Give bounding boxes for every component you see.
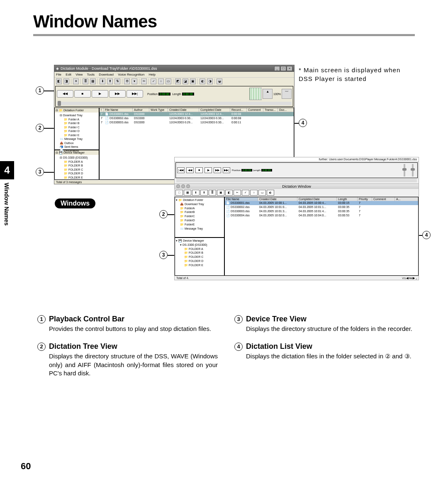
tree-item[interactable]: 📁 FOLDER D [56,171,98,175]
tool-icon[interactable]: ◐ [267,190,274,196]
check-icon[interactable]: ✓ [242,190,249,196]
tree-item[interactable]: 📁 Folder A [56,118,98,121]
tool-icon[interactable]: ◑ [207,78,213,84]
menu-tools[interactable]: Tools [87,73,95,76]
play-button[interactable]: ▶ [92,90,108,98]
tool-icon[interactable]: ⬇ [100,78,105,84]
tree-item[interactable]: 📥 Download Tray [176,202,223,206]
menu-bar[interactable]: File Edit View Tools Download Voice Reco… [54,72,294,77]
tree-item[interactable]: 📁 FolderB [176,210,223,214]
stop-button[interactable]: ■ [195,167,203,173]
tool-icon[interactable]: ▭ [166,78,171,84]
seek-bar[interactable] [176,179,417,182]
delete-icon[interactable]: ✕ [73,78,79,84]
list-row[interactable]: 7 📄 DS330002.dss DS3300 12/24/2003 6:30.… [100,116,294,120]
menu-edit[interactable]: Edit [66,73,71,76]
tree-item[interactable]: 📁 FOLDER D [176,259,223,263]
win-titlebar[interactable]: ◈ Dictation Module - Download Tray\Folde… [54,65,294,72]
list-row[interactable]: 📄 DS330002.dss 04.03.2005 10:01:0... 04.… [225,205,418,209]
play-button[interactable]: ▶ [205,167,212,173]
list-row[interactable]: 📄 DS330001.dss 04.03.2005 10:00:1... 04.… [225,201,418,205]
menu-voice[interactable]: Voice Recognition [118,73,144,76]
list-header[interactable]: ! File Name Author Work Type Created Dat… [100,108,294,112]
tool-icon[interactable]: ⬇ [192,190,200,196]
tree-item[interactable]: ⊟ Download Tray [56,113,98,117]
tree-item[interactable]: 📁 FOLDER A [56,160,98,164]
tool-icon[interactable]: ✂ [234,190,241,196]
device-tree-view[interactable]: ▾ 💾 Device Manager ▾ DS-3300 (DS3300) 📁 … [175,238,224,276]
tool-icon[interactable]: ⬆ [200,190,208,196]
view-icon[interactable]: ▦ [90,78,96,84]
tool-icon[interactable]: ◧ [225,190,233,196]
tool-icon[interactable]: ◒ [217,78,222,84]
tree-item[interactable]: 📤 Outbox [56,141,98,145]
tree-item[interactable]: 📁 FolderE [176,223,223,227]
minimize-icon[interactable]: _ [274,66,280,71]
cut-icon[interactable]: ✂ [141,78,147,84]
skip-fwd-button[interactable]: ▶▶| [223,167,230,173]
tool-icon[interactable]: ◩ [175,78,181,84]
wave-icon[interactable]: 〰 [282,89,292,99]
rewind-button[interactable]: ◀◀ [186,167,194,173]
tree-item[interactable]: 📬 Sent Items [56,145,98,149]
tree-item[interactable]: 📁 FolderC [176,214,223,218]
tree-item[interactable]: 📁 Folder E [56,133,98,137]
tree-item[interactable]: 📁 FOLDER B [176,251,223,255]
list-row[interactable]: 7 📄 DS330003.dss DS3300 12/24/2003 6:29.… [100,120,294,125]
check-icon[interactable]: ✓ [151,78,156,84]
circle-icon[interactable]: ○ [158,78,164,84]
skip-back-button[interactable]: |◀◀ [177,167,185,173]
tool-icon[interactable]: ▭ [258,190,266,196]
menu-view[interactable]: View [75,73,83,76]
list-header[interactable]: File Name Created Date Completed Date Le… [225,197,418,201]
tree-item[interactable]: 📁 FOLDER C [56,168,98,171]
tool-icon[interactable]: ◐ [200,78,205,84]
close-icon[interactable] [176,184,180,188]
speed-slider[interactable] [412,164,414,176]
speaker-icon[interactable]: ▲ [263,89,273,99]
menu-download[interactable]: Download [99,73,114,76]
tree-item[interactable]: 📁 FolderD [176,218,223,223]
list-icon[interactable]: ≣ [83,78,88,84]
dropdown-icon[interactable]: ▾ [131,78,137,84]
tool-icon[interactable]: ▦ [184,190,191,196]
list-row[interactable]: 📄 DS330003.dss 04.03.2005 10:01:3... 04.… [225,209,418,213]
volume-slider[interactable] [404,164,405,176]
tree-item[interactable]: 📁 FOLDER B [56,164,98,167]
tree-item[interactable]: 📁 Folder D [56,129,98,133]
tree-item[interactable]: 📨 Message Tray [176,227,223,231]
tool-icon[interactable]: ▣ [190,78,196,84]
zoom-icon[interactable] [186,184,190,188]
tree-item[interactable]: 📁 FOLDER A [176,247,223,251]
device-tree-view[interactable]: ⊟ 💾 Device Manager ⊟ DS-3300 (DS3300) 📁 … [54,150,99,180]
menu-help[interactable]: Help [149,73,155,76]
list-row[interactable]: 📄 DS330004.dss 04.03.2005 10:02:0... 04.… [225,213,418,218]
tree-item[interactable]: 📨 Message Tray [56,137,98,141]
tree-item[interactable]: 📁 FOLDER E [56,176,98,179]
tree-item[interactable]: ⊟ DS-3300 (DS3300) [56,156,98,159]
tree-item[interactable]: 📁 Folder C [56,125,98,129]
tree-item[interactable]: 📁 FOLDER E [176,263,223,267]
dictation-list-view[interactable]: File Name Created Date Completed Date Le… [224,197,419,276]
tool-icon[interactable]: □ [175,190,183,196]
mac-titlebar[interactable]: Dictation Window [175,184,419,189]
dictation-tree-view[interactable]: ▾ 📁 Dictation Folder 📥 Download Tray 📁 F… [175,197,224,238]
tree-item[interactable]: ▾ DS-3300 (DS3300) [176,243,223,247]
list-row[interactable]: 7 📄 DS330001.dss DS3300 12/25/2003 12:4.… [100,112,294,116]
skip-button[interactable]: ▶▶| [127,90,143,98]
settings-icon[interactable]: ⚙ [124,78,130,84]
tool-icon[interactable]: ◪ [183,78,188,84]
tree-item[interactable]: 📁 Folder B [56,121,98,125]
ff-button[interactable]: ▶▶ [214,167,221,173]
tool-icon[interactable]: ○ [250,190,258,196]
tree-item[interactable]: 📁 FolderA [176,206,223,211]
tool-icon[interactable]: ⬆ [107,78,113,84]
tool-icon[interactable]: ◧ [56,78,62,84]
dictation-tree-view[interactable]: ⊟ 📁 Dictation Folder ⊟ Download Tray 📁 F… [54,108,99,150]
minimize-icon[interactable] [181,184,185,188]
rewind-button[interactable]: ◀◀ [57,90,73,98]
tool-icon[interactable]: ◨ [63,78,69,84]
tree-item[interactable]: 📁 FOLDER C [176,255,223,259]
stop-button[interactable]: ■ [74,90,91,98]
close-icon[interactable]: × [287,66,292,71]
